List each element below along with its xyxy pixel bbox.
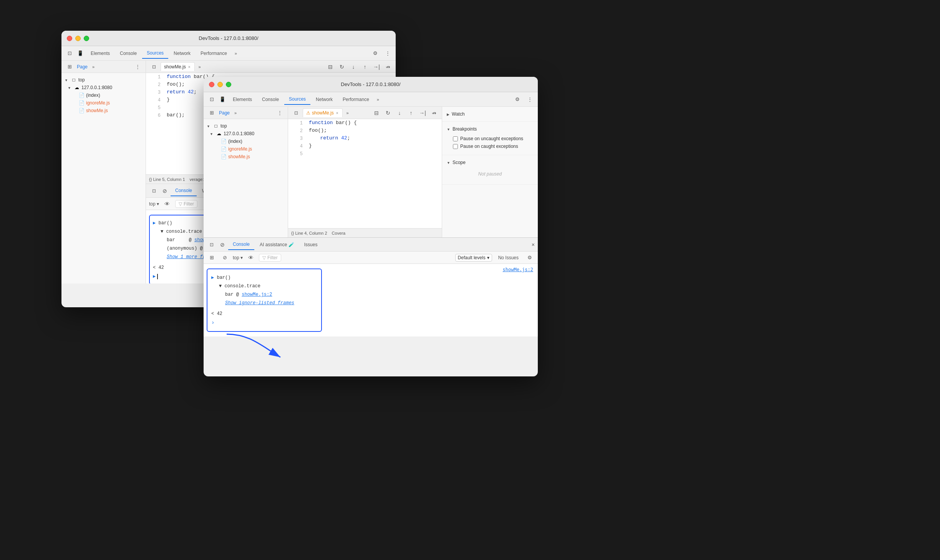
tree-item-server-back[interactable]: 127.0.0.1:8080 <box>61 84 146 91</box>
toggle-sidebar-code-back[interactable]: ⊡ <box>149 62 159 72</box>
console-tab-ai-front[interactable]: AI assistance 🧪 <box>255 240 299 250</box>
code-tab-showme-front[interactable]: ⚠ showMe.js × <box>303 108 343 117</box>
tree-item-top-back[interactable]: □ top <box>61 76 146 84</box>
tree-item-ignoreme-back[interactable]: 📄 ignoreMe.js <box>61 99 146 107</box>
debug-step-into-front[interactable]: ↓ <box>395 108 404 118</box>
device-toolbar-icon-front[interactable]: 📱 <box>217 94 227 104</box>
filter-input-front[interactable]: ▽ Filter <box>259 254 281 262</box>
maximize-button-back[interactable] <box>84 36 89 41</box>
watch-header[interactable]: Watch <box>447 110 533 118</box>
showme-link-1-front[interactable]: showMe.js:2 <box>242 292 272 297</box>
context-selector-back[interactable]: top ▾ <box>149 201 159 207</box>
tab-elements-front[interactable]: Elements <box>228 94 257 104</box>
console-sidebar2-front[interactable]: ⊞ <box>207 253 217 263</box>
console-content-front: ▶ bar() ▼ console.trace bar @ showMe.js:… <box>204 264 498 336</box>
tab-performance-front[interactable]: Performance <box>338 94 374 104</box>
tree-item-index-back[interactable]: 📄 (index) <box>61 91 146 99</box>
showme-link-right-front[interactable]: showMe.js:2 <box>503 267 533 272</box>
debug-step-back[interactable]: →| <box>372 62 381 71</box>
debug-step-out-front[interactable]: ↑ <box>406 108 416 118</box>
tab-network-back[interactable]: Network <box>169 48 195 58</box>
code-tab-more-front[interactable]: » <box>344 109 351 117</box>
sidebar-toggle-back[interactable]: ⊞ <box>65 62 75 72</box>
more-tabs-front[interactable]: » <box>375 96 381 103</box>
device-toolbar-icon-back[interactable]: 📱 <box>75 48 85 58</box>
debug-step-out-back[interactable]: ↑ <box>360 62 370 71</box>
code-line-4-front: 4 } <box>288 142 442 150</box>
console-clear-front[interactable]: ⊘ <box>217 240 227 250</box>
sidebar-page-label-back[interactable]: Page <box>77 64 88 70</box>
tree-item-showme-front[interactable]: 📄 showMe.js <box>204 153 288 161</box>
breakpoints-header[interactable]: Breakpoints <box>447 125 533 133</box>
status-position-back: {} Line 5, Column 1 <box>149 177 185 182</box>
minimize-button-front[interactable] <box>217 82 223 87</box>
tree-arrow-server-front <box>210 132 214 136</box>
console-tab-console-front[interactable]: Console <box>228 239 254 250</box>
tab-performance-back[interactable]: Performance <box>196 48 232 58</box>
tree-item-ignoreme-front[interactable]: 📄 ignoreMe.js <box>204 145 288 153</box>
eye-icon-front[interactable]: 👁 <box>246 253 256 263</box>
sidebar-dots-front[interactable]: ⋮ <box>275 108 285 118</box>
close-button-front[interactable] <box>209 82 214 87</box>
tab-elements-back[interactable]: Elements <box>86 48 114 58</box>
tree-text-ignoreme-front: ignoreMe.js <box>228 146 252 152</box>
sidebar-more-back[interactable]: » <box>90 63 97 71</box>
settings-icon-front[interactable]: ⚙ <box>512 94 522 104</box>
console-tab-issues-front[interactable]: Issues <box>300 240 322 250</box>
settings-icon-back[interactable]: ⚙ <box>370 48 380 58</box>
debug-step-over-front[interactable]: ↻ <box>383 108 393 118</box>
console-clear2-front[interactable]: ⊘ <box>220 253 230 263</box>
tab-sources-back[interactable]: Sources <box>142 48 168 59</box>
tab-network-front[interactable]: Network <box>311 94 337 104</box>
debug-pause-back[interactable]: ⊟ <box>326 62 335 71</box>
tab-console-front[interactable]: Console <box>257 94 283 104</box>
show-ignore-link-front[interactable]: Show ignore-listed frames <box>225 300 294 306</box>
tab-sources-front[interactable]: Sources <box>284 94 310 105</box>
code-tab-more-back[interactable]: » <box>196 63 203 71</box>
tree-text-top-back: top <box>78 77 85 83</box>
debug-step-over-back[interactable]: ↻ <box>337 62 346 71</box>
elements-panel-icon-front[interactable]: ⊡ <box>207 94 217 104</box>
code-tab-showme-back[interactable]: showMe.js × <box>161 62 195 71</box>
tree-item-top-front[interactable]: □ top <box>204 122 288 130</box>
debug-step-into-back[interactable]: ↓ <box>349 62 358 71</box>
maximize-button-front[interactable] <box>226 82 231 87</box>
tree-item-showme-back[interactable]: 📄 showMe.js <box>61 107 146 114</box>
pause-uncaught-checkbox[interactable] <box>453 136 458 141</box>
code-tab-close-front[interactable]: × <box>335 111 339 115</box>
tree-arrow-top-back <box>65 78 69 82</box>
sidebar-toggle-front[interactable]: ⊞ <box>207 108 217 118</box>
console-clear-back[interactable]: ⊘ <box>160 186 170 196</box>
more-tabs-back[interactable]: » <box>232 50 239 57</box>
tree-item-server-front[interactable]: 127.0.0.1:8080 <box>204 130 288 138</box>
minimize-button-back[interactable] <box>75 36 81 41</box>
close-button-back[interactable] <box>67 36 72 41</box>
eye-icon-back[interactable]: 👁 <box>162 199 172 209</box>
debug-pause-front[interactable]: ⊟ <box>372 108 381 118</box>
tree-item-index-front[interactable]: 📄 (index) <box>204 138 288 145</box>
console-settings-front[interactable]: ⚙ <box>525 253 535 263</box>
pause-caught-checkbox[interactable] <box>453 144 458 149</box>
default-levels-btn-front[interactable]: Default levels ▾ <box>455 254 492 262</box>
console-sidebar-toggle-back[interactable]: ⊡ <box>149 186 159 196</box>
sidebar-more-front[interactable]: » <box>232 109 239 117</box>
console-tab-console-back[interactable]: Console <box>171 186 197 196</box>
sidebar-dots-back[interactable]: ⋮ <box>133 62 143 72</box>
context-selector-front[interactable]: top ▾ <box>233 255 243 260</box>
console-show-ignore-front[interactable]: Show ignore-listed frames <box>211 299 317 307</box>
tab-console-back[interactable]: Console <box>115 48 141 58</box>
debug-deactivate-front[interactable]: ↛ <box>429 108 439 118</box>
debug-deactivate-back[interactable]: ↛ <box>383 62 393 71</box>
console-input-row-front[interactable]: › <box>211 318 317 327</box>
more-options-icon-front[interactable]: ⋮ <box>525 94 535 104</box>
console-sidebar-toggle-front[interactable]: ⊡ <box>207 240 217 250</box>
code-tab-close-back[interactable]: × <box>187 65 191 69</box>
toggle-sidebar-code-front[interactable]: ⊡ <box>291 108 301 118</box>
console-close-front[interactable]: × <box>532 242 535 248</box>
filter-input-back[interactable]: ▽ Filter <box>175 200 197 208</box>
debug-step-front[interactable]: →| <box>418 108 427 118</box>
sidebar-page-label-front[interactable]: Page <box>219 110 230 116</box>
more-options-icon-back[interactable]: ⋮ <box>383 48 393 58</box>
scope-header[interactable]: Scope <box>447 158 533 167</box>
elements-panel-icon-back[interactable]: ⊡ <box>65 48 75 58</box>
